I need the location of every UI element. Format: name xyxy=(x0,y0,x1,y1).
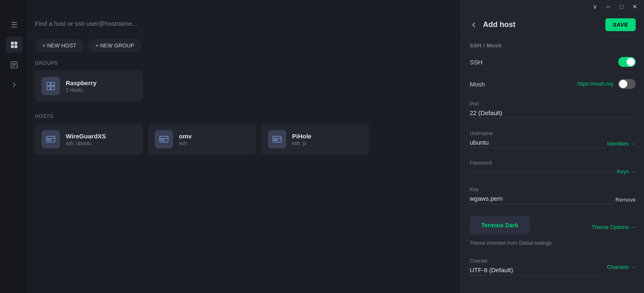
main-area: + NEW HOST + NEW GROUP Groups Raspberry … xyxy=(28,0,461,293)
keys-link[interactable]: Keys → xyxy=(617,168,636,175)
host-icon-0 xyxy=(42,130,60,148)
new-group-button[interactable]: + NEW GROUP xyxy=(88,39,141,52)
host-info-1: omv ssh xyxy=(179,133,192,146)
panel-header: Add host SAVE xyxy=(461,13,644,37)
right-panel: Add host SAVE SSH / Mosh SSH Mosh https:… xyxy=(461,0,644,293)
svg-rect-0 xyxy=(11,42,14,45)
hosts-list: WireGuardXS ssh, ubuntu omv ssh xyxy=(35,123,454,155)
group-raspberry[interactable]: Raspberry 2 Hosts xyxy=(35,70,143,102)
port-label: Port xyxy=(470,101,636,107)
key-label: Key xyxy=(470,187,636,192)
back-button[interactable] xyxy=(470,21,478,29)
group-info: Raspberry 2 Hosts xyxy=(66,79,97,93)
host-name-2: PiHole xyxy=(292,133,312,140)
ssh-mosh-section-title: SSH / Mosh xyxy=(461,37,644,51)
group-icon xyxy=(42,77,60,95)
key-value[interactable]: wgaws.pem xyxy=(470,195,616,204)
svg-rect-12 xyxy=(47,136,55,142)
mosh-toggle-row: Mosh https://mosh.org xyxy=(470,73,636,95)
identities-link[interactable]: Identities → xyxy=(607,140,636,147)
theme-inherited-text: Theme inherited from Global settings xyxy=(470,240,636,246)
username-field: Username ubuntu Identities → xyxy=(470,125,636,154)
chevron-btn[interactable]: ∨ xyxy=(589,1,601,12)
hosts-title: Hosts xyxy=(35,113,454,119)
charset-value[interactable]: UTF-8 (Default) xyxy=(470,266,607,276)
password-label: Password xyxy=(470,160,636,166)
svg-rect-9 xyxy=(51,82,54,86)
remove-link[interactable]: Remove xyxy=(616,197,636,203)
svg-rect-2 xyxy=(11,45,14,48)
svg-rect-11 xyxy=(51,86,54,90)
svg-rect-8 xyxy=(47,82,50,86)
host-info-2: PiHole ssh, pi xyxy=(292,133,312,146)
host-omv[interactable]: omv ssh xyxy=(148,123,256,155)
password-value[interactable] xyxy=(470,170,617,172)
search-bar xyxy=(28,13,461,34)
theme-button[interactable]: Termius Dark xyxy=(470,216,530,234)
mosh-label: Mosh xyxy=(470,81,577,88)
mosh-link[interactable]: https://mosh.org xyxy=(577,81,613,87)
key-value-row: wgaws.pem Remove xyxy=(470,195,636,204)
port-field: Port 22 (Default) xyxy=(470,95,636,125)
svg-rect-18 xyxy=(161,140,162,140)
toolbar: + NEW HOST + NEW GROUP xyxy=(28,34,461,57)
username-label: Username xyxy=(470,130,636,136)
svg-rect-20 xyxy=(273,136,281,142)
mosh-toggle-knob xyxy=(619,80,627,88)
username-value[interactable]: ubuntu xyxy=(470,139,607,148)
sidebar-forward-icon[interactable] xyxy=(6,76,22,93)
svg-rect-3 xyxy=(14,45,17,48)
svg-rect-23 xyxy=(276,140,277,140)
host-sub-0: ssh, ubuntu xyxy=(66,140,106,146)
groups-section: Groups Raspberry 2 Hosts xyxy=(28,57,461,103)
ssh-toggle[interactable] xyxy=(618,57,636,67)
theme-row: Termius Dark Theme Options → xyxy=(470,216,636,238)
password-value-row: Keys → xyxy=(470,168,636,175)
host-sub-1: ssh xyxy=(179,140,192,146)
group-sub: 2 Hosts xyxy=(66,87,97,93)
maximize-btn[interactable]: □ xyxy=(616,1,627,12)
save-button[interactable]: SAVE xyxy=(605,18,636,31)
username-value-row: ubuntu Identities → xyxy=(470,139,636,148)
titlebar: ∨ ─ □ ✕ xyxy=(0,0,644,13)
host-wireguardxs[interactable]: WireGuardXS ssh, ubuntu xyxy=(35,123,143,155)
host-pihole[interactable]: PiHole ssh, pi xyxy=(261,123,369,155)
theme-section: Termius Dark Theme Options → Theme inher… xyxy=(470,210,636,252)
host-sub-2: ssh, pi xyxy=(292,140,312,146)
sidebar-snippets-icon[interactable] xyxy=(6,57,22,73)
groups-title: Groups xyxy=(35,60,454,66)
group-name: Raspberry xyxy=(66,79,97,86)
charsets-link[interactable]: Charsets → xyxy=(607,264,636,270)
sidebar: ☰ xyxy=(0,0,28,293)
ssh-toggle-row: SSH xyxy=(470,51,636,73)
port-value[interactable]: 22 (Default) xyxy=(470,109,636,118)
svg-rect-16 xyxy=(160,136,168,142)
charset-field: Charset UTF-8 (Default) Charsets → xyxy=(470,252,636,281)
host-icon-1 xyxy=(155,130,173,148)
host-name-1: omv xyxy=(179,133,192,140)
theme-options-link[interactable]: Theme Options → xyxy=(592,224,636,230)
groups-list: Raspberry 2 Hosts xyxy=(35,70,454,102)
new-host-button[interactable]: + NEW HOST xyxy=(35,39,84,52)
close-btn[interactable]: ✕ xyxy=(629,1,641,12)
svg-rect-22 xyxy=(274,140,275,140)
host-info-0: WireGuardXS ssh, ubuntu xyxy=(66,133,106,146)
svg-rect-14 xyxy=(48,140,49,140)
ssh-toggle-knob xyxy=(627,58,635,66)
panel-body: SSH Mosh https://mosh.org Port 22 (Defau… xyxy=(461,51,644,281)
ssh-label: SSH xyxy=(470,59,618,66)
panel-title: Add host xyxy=(483,20,600,29)
svg-rect-15 xyxy=(50,140,51,140)
mosh-toggle[interactable] xyxy=(618,79,636,89)
svg-rect-10 xyxy=(47,86,50,90)
svg-rect-1 xyxy=(14,42,17,45)
charset-label: Charset xyxy=(470,258,607,264)
svg-rect-19 xyxy=(163,140,164,140)
sidebar-menu-icon[interactable]: ☰ xyxy=(6,17,22,33)
minimize-btn[interactable]: ─ xyxy=(602,1,614,12)
key-field: Key wgaws.pem Remove xyxy=(470,181,636,210)
password-field: Password Keys → xyxy=(470,154,636,181)
hosts-section: Hosts WireGuardXS ssh, ubuntu xyxy=(28,110,461,157)
sidebar-hosts-icon[interactable] xyxy=(6,37,22,53)
search-input[interactable] xyxy=(35,17,454,30)
